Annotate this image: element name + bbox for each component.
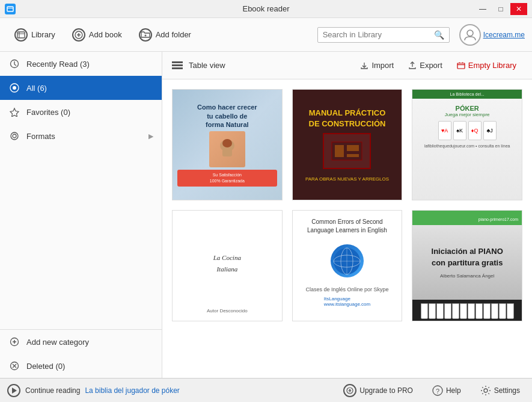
maximize-button[interactable]: □ [492, 3, 509, 15]
svg-point-18 [13, 134, 16, 138]
main-layout: Recently Read (3) All (6) Favorites (0) … [0, 52, 532, 378]
search-box[interactable]: 🔍 [317, 27, 450, 43]
book-2-image [323, 133, 371, 169]
formats-icon [8, 130, 20, 142]
piano-keyboard [412, 300, 522, 321]
book-1-title: Como hacer crecertu cabello deforma Natu… [197, 103, 257, 129]
add-book-button[interactable]: Add book [65, 25, 129, 45]
book-cover-5: Common Errors of SecondLanguage Learners… [293, 211, 402, 321]
recently-read-label: Recently Read (3) [26, 60, 90, 69]
table-view-button[interactable]: Table view [172, 61, 225, 70]
sidebar-item-recently-read[interactable]: Recently Read (3) [0, 52, 162, 76]
svg-rect-24 [172, 64, 183, 66]
export-button[interactable]: Export [402, 58, 448, 73]
help-label: Help [446, 386, 461, 395]
bottom-right-controls: Upgrade to PRO ? Help Settings [338, 382, 525, 400]
continue-icon [7, 384, 20, 397]
library-button[interactable]: Library [7, 25, 63, 45]
book-card-5[interactable]: Common Errors of SecondLanguage Learners… [292, 210, 403, 321]
settings-button[interactable]: Settings [475, 383, 525, 398]
window-title: Ebook reader [242, 4, 289, 13]
app-icon [5, 4, 16, 14]
book-3-header-text: La Biblioteca del... [415, 92, 519, 96]
piano-key [429, 303, 436, 319]
empty-library-button[interactable]: Empty Library [451, 58, 522, 73]
title-bar: Ebook reader — □ ✕ [0, 0, 532, 18]
book-card-6[interactable]: piano-primero17.com Iniciación al PIANOc… [412, 210, 522, 321]
book-5-title: Common Errors of SecondLanguage Learners… [307, 218, 387, 235]
formats-chevron-icon: ▶ [148, 132, 153, 140]
continue-reading-button[interactable]: Continue reading La biblia del jugador d… [7, 384, 180, 397]
all-label: All (6) [26, 84, 47, 93]
import-button[interactable]: Import [354, 58, 400, 73]
svg-point-10 [467, 30, 473, 36]
close-button[interactable]: ✕ [510, 3, 527, 15]
piano-key [507, 303, 514, 319]
favorites-label: Favorites (0) [26, 108, 70, 117]
svg-rect-2 [17, 32, 25, 38]
book-2-title: MANUAL PRÁCTICODE CONSTRUCCIÓN [309, 108, 386, 129]
piano-key [421, 303, 428, 319]
sidebar-item-favorites[interactable]: Favorites (0) [0, 100, 162, 124]
upgrade-button[interactable]: Upgrade to PRO [338, 382, 418, 400]
add-category-button[interactable]: Add new category [0, 330, 162, 354]
content-area: Table view Import Export Empty Library [162, 52, 532, 378]
recently-read-icon [8, 58, 20, 70]
add-category-icon [8, 336, 20, 348]
book-3-subtitle: Juega mejor siempre [445, 112, 490, 117]
settings-label: Settings [494, 386, 520, 395]
main-toolbar: Library Add book Add folder 🔍 Icecream.m… [0, 18, 532, 52]
book-2-subtitle: Para obras nuevas y arreglos [305, 176, 389, 182]
add-folder-button[interactable]: Add folder [132, 25, 198, 45]
book-3-footer: lafibliothequedujoueur.com • consulta en… [424, 144, 510, 148]
search-input[interactable] [323, 30, 434, 39]
book-3-title: PÓKER [456, 105, 479, 112]
bottom-bar: Continue reading La biblia del jugador d… [0, 378, 532, 402]
book-card-2[interactable]: MANUAL PRÁCTICODE CONSTRUCCIÓN Para obra… [292, 89, 403, 200]
book-card-1[interactable]: Como hacer crecertu cabello deforma Natu… [172, 89, 283, 200]
svg-point-17 [11, 132, 18, 140]
sidebar-item-all[interactable]: All (6) [0, 76, 162, 100]
book-6-author: Alberto Salamanca Ángel [440, 273, 494, 279]
book-card-3[interactable]: La Biblioteca del... PÓKER Juega mejor s… [412, 89, 522, 200]
content-toolbar-right: Import Export Empty Library [354, 58, 522, 73]
book-cover-6: piano-primero17.com Iniciación al PIANOc… [412, 211, 522, 321]
svg-rect-28 [457, 63, 465, 69]
piano-key [452, 303, 459, 319]
svg-rect-38 [347, 154, 359, 157]
svg-point-15 [13, 86, 16, 90]
book-4-subtitle: Italiana [216, 265, 237, 273]
favorites-icon [8, 106, 20, 118]
book-1-badge: Su Satisfacción100% Garantizada [177, 170, 277, 187]
svg-line-13 [14, 64, 16, 66]
svg-rect-36 [335, 145, 344, 157]
book-card-4[interactable]: La Cocina Italiana Autor Desconocido [172, 210, 283, 321]
book-grid: Como hacer crecertu cabello deforma Natu… [162, 79, 532, 378]
book-1-image [209, 131, 245, 167]
search-icon: 🔍 [434, 30, 444, 40]
svg-rect-34 [222, 149, 232, 156]
add-category-label: Add new category [26, 338, 89, 347]
sidebar-item-deleted[interactable]: Deleted (0) [0, 354, 162, 378]
table-view-icon [172, 61, 183, 70]
svg-rect-23 [172, 61, 183, 63]
book-3-cards: ♥A ♠K ♦Q ♣J [438, 121, 497, 140]
piano-key [460, 303, 467, 319]
book-6-title: Iniciación al PIANOcon partitura gratis [432, 246, 503, 268]
piano-key [491, 303, 498, 319]
book-cover-3: La Biblioteca del... PÓKER Juega mejor s… [412, 90, 522, 200]
svg-text:?: ? [436, 388, 439, 395]
svg-point-33 [222, 139, 232, 147]
help-button[interactable]: ? Help [427, 383, 466, 398]
add-book-label: Add book [89, 30, 122, 39]
piano-key [436, 303, 444, 319]
book-5-subtitle: Clases de Inglés Online por Skype [305, 286, 388, 294]
user-area: Icecream.me [454, 24, 525, 46]
minimize-button[interactable]: — [474, 3, 491, 15]
user-avatar[interactable] [459, 24, 481, 46]
sidebar-item-formats[interactable]: Formats ▶ [0, 124, 162, 148]
svg-rect-0 [7, 7, 13, 11]
window-controls: — □ ✕ [474, 3, 527, 15]
user-label[interactable]: Icecream.me [483, 31, 525, 39]
sidebar-bottom: Add new category Deleted (0) [0, 329, 162, 378]
